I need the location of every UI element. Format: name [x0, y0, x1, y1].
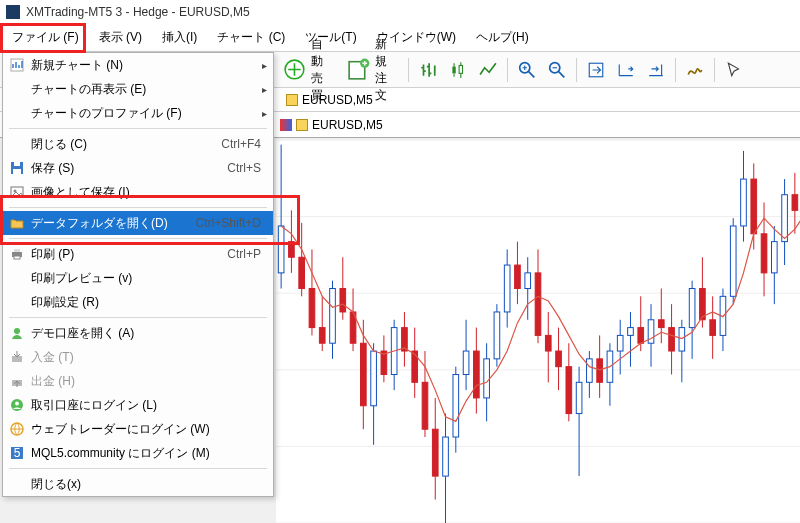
svg-rect-31 [361, 343, 367, 406]
menu-item[interactable]: 保存 (S)Ctrl+S [3, 156, 273, 180]
svg-point-125 [14, 328, 20, 334]
chart-symbol-icon [296, 119, 308, 131]
menu-item[interactable]: 新規チャート (N) [3, 53, 273, 77]
menu-item[interactable]: デモ口座を開く (A) [3, 321, 273, 345]
folder-icon [9, 215, 25, 231]
menu-item-label: チャートのプロファイル (F) [31, 105, 261, 122]
toolbar-sep [675, 58, 676, 82]
menu-item[interactable]: 印刷設定 (R) [3, 290, 273, 314]
svg-rect-95 [689, 289, 695, 328]
menu-item-shortcut: Ctrl+S [227, 161, 261, 175]
menu-item-label: 新規チャート (N) [31, 57, 261, 74]
svg-rect-85 [638, 328, 644, 344]
menu-separator [9, 128, 267, 129]
shiftend-icon [647, 61, 665, 79]
svg-rect-43 [422, 382, 428, 429]
menu-separator [9, 317, 267, 318]
svg-rect-109 [761, 234, 767, 273]
cursor-icon [725, 61, 743, 79]
print-icon [9, 246, 25, 262]
menu-item[interactable]: チャートのプロファイル (F) [3, 101, 273, 125]
menu-item[interactable]: チャートの再表示 (E) [3, 77, 273, 101]
menu-item-label: 印刷プレビュー (v) [31, 270, 261, 287]
svg-rect-97 [700, 289, 706, 320]
svg-rect-105 [741, 179, 747, 226]
shift-button[interactable] [611, 55, 641, 85]
cursor-button[interactable] [719, 55, 749, 85]
svg-rect-118 [13, 169, 21, 174]
file-dropdown: 新規チャート (N)チャートの再表示 (E)チャートのプロファイル (F)閉じる… [2, 52, 274, 497]
svg-rect-15 [278, 226, 284, 273]
image-icon [9, 184, 25, 200]
chart-icon [9, 57, 25, 73]
svg-rect-107 [751, 179, 757, 234]
menu-item[interactable]: 閉じる (C)Ctrl+F4 [3, 132, 273, 156]
menu-item[interactable]: データフォルダを開く(D)Ctrl+Shift+D [3, 211, 273, 235]
line-button[interactable] [473, 55, 503, 85]
bars-button[interactable] [413, 55, 443, 85]
menu-separator [9, 468, 267, 469]
menu-view[interactable]: 表示 (V) [89, 25, 152, 50]
svg-rect-115 [792, 195, 798, 211]
app-icon [6, 5, 20, 19]
bars-icon [419, 61, 437, 79]
svg-rect-111 [771, 242, 777, 273]
indicator-icon [686, 61, 704, 79]
svg-rect-103 [730, 226, 736, 296]
candles-button[interactable] [443, 55, 473, 85]
svg-rect-124 [14, 256, 20, 259]
menu-item-shortcut: Ctrl+F4 [221, 137, 261, 151]
zoomin-button[interactable] [512, 55, 542, 85]
svg-rect-3 [452, 66, 455, 73]
menu-item-label: 印刷設定 (R) [31, 294, 261, 311]
menu-separator [9, 207, 267, 208]
svg-rect-113 [782, 195, 788, 242]
svg-rect-59 [504, 265, 510, 312]
menu-help[interactable]: ヘルプ(H) [466, 25, 539, 50]
svg-rect-25 [330, 289, 336, 344]
svg-rect-27 [340, 289, 346, 312]
scroll-icon [587, 61, 605, 79]
menu-insert[interactable]: 挿入(I) [152, 25, 207, 50]
menu-item[interactable]: 取引口座にログイン (L) [3, 393, 273, 417]
svg-rect-123 [14, 249, 20, 252]
indicator-button[interactable] [680, 55, 710, 85]
menu-item[interactable]: 5MQL5.community にログイン (M) [3, 441, 273, 465]
withdraw-icon [9, 373, 25, 389]
svg-rect-89 [658, 320, 664, 328]
chart-tab[interactable]: EURUSD,M5 [276, 91, 383, 109]
svg-rect-49 [453, 374, 459, 437]
menu-item[interactable]: 印刷プレビュー (v) [3, 266, 273, 290]
menu-item: 入金 (T) [3, 345, 273, 369]
svg-rect-99 [710, 320, 716, 336]
toolbar-sep [507, 58, 508, 82]
title-bar: XMTrading-MT5 3 - Hedge - EURUSD,M5 [0, 0, 800, 24]
toolbar-sep [714, 58, 715, 82]
autotrade-button[interactable]: 自動売買 [276, 55, 340, 85]
web-icon [9, 421, 25, 437]
svg-rect-67 [545, 335, 551, 351]
candlestick-chart [276, 140, 800, 523]
neworder-button[interactable]: 新規注文 [340, 55, 404, 85]
svg-rect-53 [474, 351, 480, 398]
menu-item[interactable]: 閉じる(x) [3, 472, 273, 496]
svg-rect-93 [679, 328, 685, 351]
scroll-button[interactable] [581, 55, 611, 85]
menu-item[interactable]: ウェブトレーダーにログイン (W) [3, 417, 273, 441]
chart-area[interactable] [276, 140, 800, 523]
menu-chart[interactable]: チャート (C) [207, 25, 295, 50]
menu-item[interactable]: 印刷 (P)Ctrl+P [3, 242, 273, 266]
svg-rect-65 [535, 273, 541, 336]
menu-item-shortcut: Ctrl+P [227, 247, 261, 261]
zoomout-button[interactable] [542, 55, 572, 85]
menu-file[interactable]: ファイル (F) [2, 25, 89, 50]
svg-rect-63 [525, 273, 531, 289]
menu-item[interactable]: 画像として保存 (I) [3, 180, 273, 204]
menu-bar: ファイル (F) 表示 (V) 挿入(I) チャート (C) ツール(T) ウイ… [0, 24, 800, 52]
shiftend-button[interactable] [641, 55, 671, 85]
svg-rect-45 [432, 429, 438, 476]
chart-tab-icon [286, 94, 298, 106]
svg-rect-55 [484, 359, 490, 398]
menu-item-label: デモ口座を開く (A) [31, 325, 261, 342]
menu-separator [9, 238, 267, 239]
